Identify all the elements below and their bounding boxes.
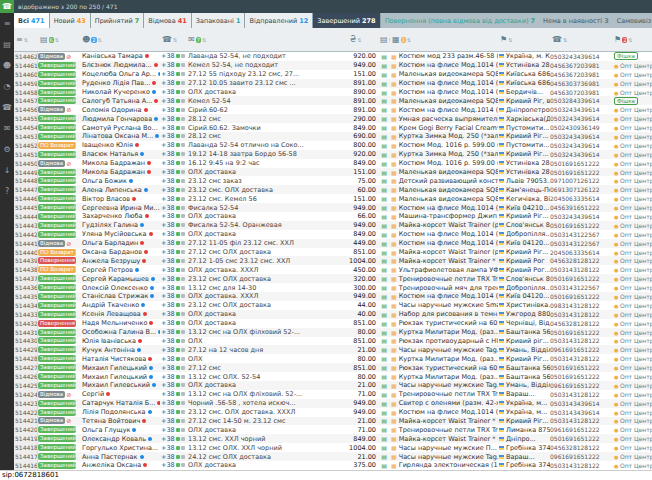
product-cell[interactable]: ▦ Тренировочный мяч для трен... [390, 283, 498, 292]
call-icon[interactable] [176, 99, 180, 103]
product-cell[interactable]: ▦ Майка-корсет Waist Trainer * 42... [390, 256, 498, 265]
client-name-cell[interactable]: Соломія Одорина [80, 105, 160, 114]
phone-cell[interactable]: +38 [160, 274, 186, 283]
product-cell[interactable]: ▦ Костюм Мод. 1016 р. 599.00 (з... [390, 159, 498, 168]
sms-icon[interactable] [181, 303, 185, 307]
call-icon[interactable] [176, 117, 180, 121]
status-tab[interactable]: Прийнятий 7 [91, 13, 144, 28]
call-icon[interactable] [176, 197, 180, 201]
table-row[interactable]: 514455 Завершений ⊘ Людмила Гончарова +3… [14, 114, 652, 123]
sms-icon[interactable] [181, 419, 185, 423]
status-cell[interactable]: Завершений ⊘ [38, 185, 80, 194]
phone-cell[interactable]: +38 [160, 452, 186, 461]
sms-icon[interactable] [181, 188, 185, 192]
table-row[interactable]: 514448 Завершений ⊘ Ольга Божик +38 23.1… [14, 176, 652, 185]
status-cell[interactable]: ПО Возврат ск. ⊘ [38, 141, 80, 150]
clients-icon[interactable]: ☻ [0, 55, 14, 76]
table-row[interactable]: 514416 Завершений ⊘ Анжеліка Оксана +38 … [14, 461, 652, 470]
phone-cell[interactable]: +38 [160, 417, 186, 426]
call-icon[interactable] [176, 428, 180, 432]
sms-icon[interactable] [181, 197, 185, 201]
table-row[interactable]: 514417 Завершений ⊘ Анна Пастернак +38 2… [14, 452, 652, 461]
phone-cell[interactable]: +38 [160, 203, 186, 212]
product-cell[interactable]: ▦ Часы наручные мужские Tag... [390, 452, 498, 461]
phone-cell[interactable]: +38 [160, 292, 186, 301]
table-row[interactable]: 514440 ПО Возврат ск. ⊘ Оксана Барданов … [14, 248, 652, 257]
sms-icon[interactable] [181, 277, 185, 281]
product-cell[interactable]: ▦ Часы наручные мужские Tag... [390, 381, 498, 390]
table-row[interactable]: 514420 Завершений ⊘ Ольга Глущук +38 ОЛХ… [14, 425, 652, 434]
client-name-cell[interactable]: Віктор Власов [80, 194, 160, 203]
phone-cell[interactable]: +38 [160, 114, 186, 123]
phone-cell[interactable]: +38 [160, 363, 186, 372]
client-name-cell[interactable]: Олексій Олексенко [80, 283, 160, 292]
table-row[interactable]: 514430 Завершений ⊘ Юлія Іванівська +38 … [14, 337, 652, 346]
call-icon[interactable] [176, 446, 180, 450]
table-row[interactable]: 514435 Завершений ⊘ Станіслав Стрижак +3… [14, 292, 652, 301]
call-icon[interactable] [176, 375, 180, 379]
phone-cell[interactable]: +38 [160, 372, 186, 381]
client-name-cell[interactable]: Алена Липенська [80, 185, 160, 194]
sms-icon[interactable] [181, 366, 185, 370]
client-name-cell[interactable]: Лілія Подолянська [80, 408, 160, 417]
call-icon[interactable] [176, 312, 180, 316]
phone-cell[interactable]: +38 [160, 221, 186, 230]
phone-cell[interactable]: +38 [160, 337, 186, 346]
call-icon[interactable] [176, 303, 180, 307]
phone-cell[interactable]: +38 [160, 319, 186, 328]
call-icon[interactable] [176, 268, 180, 272]
phone-cell[interactable]: +38 [160, 176, 186, 185]
call-icon[interactable] [176, 143, 180, 147]
sms-icon[interactable] [181, 348, 185, 352]
sms-icon[interactable] [181, 463, 185, 467]
table-row[interactable]: 514419 Завершений ⊘ Олександр Коваль +38… [14, 434, 652, 443]
sms-icon[interactable] [181, 241, 185, 245]
phone-cell[interactable]: +38 [160, 381, 186, 390]
client-name-cell[interactable]: Коцелюба Ольга Ар... [80, 70, 160, 79]
status-tab[interactable]: Відмова 41 [144, 13, 192, 28]
sms-icon[interactable] [181, 330, 185, 334]
phone-cell[interactable]: +38 [160, 265, 186, 274]
status-cell[interactable]: Завершений ⊘ [38, 221, 80, 230]
phone-cell[interactable]: +38 [160, 61, 186, 70]
sms-icon[interactable] [181, 72, 185, 76]
table-row[interactable]: 514449 Завершений ⊘ Микола Бадражан +38 … [14, 168, 652, 177]
product-cell[interactable]: ▦ Куртка Милитари Мод. (раз... [390, 354, 498, 363]
product-cell[interactable]: ▦ Рюкзак туристический на 60 л... [390, 319, 498, 328]
status-cell[interactable]: Завершений ⊘ [38, 443, 80, 452]
sms-icon[interactable] [181, 268, 185, 272]
phone-cell[interactable]: +38 [160, 159, 186, 168]
product-cell[interactable]: ▦ Тренировочные петли TRX Train... [390, 274, 498, 283]
sms-icon[interactable] [181, 223, 185, 227]
phone-cell[interactable]: +38 [160, 328, 186, 337]
product-cell[interactable]: ▦ Костюм на флисе Мод.1014 (з... [390, 105, 498, 114]
export-icon[interactable]: ↓ [0, 160, 14, 181]
sms-icon[interactable] [181, 321, 185, 325]
product-cell[interactable]: ▦ Часы наручные мужские Smart... [390, 301, 498, 310]
status-cell[interactable]: Завершений ⊘ [38, 381, 80, 390]
client-name-cell[interactable]: Юлія Іванівська [80, 337, 160, 346]
call-icon[interactable] [176, 232, 180, 236]
product-cell[interactable]: ▦ Крем Gogi Berry Facial Cream* 5... [390, 123, 498, 132]
phone-cell[interactable]: +38 [160, 70, 186, 79]
client-name-cell[interactable]: Захарченко Люба [80, 212, 160, 221]
column-header[interactable]: ✉ 7 ⇅ [186, 35, 348, 44]
call-icon[interactable] [176, 72, 180, 76]
call-icon[interactable] [176, 294, 180, 298]
sort-icon[interactable]: ⇅ [357, 37, 361, 43]
product-cell[interactable]: ▦ Детский развивающий констру... [390, 176, 498, 185]
product-cell[interactable]: ▦ Куртка Зимка Мод. 250 (*зал:В... [390, 150, 498, 159]
status-cell[interactable]: Завершений ⊘ [38, 132, 80, 141]
product-cell[interactable]: ▦ Костюм на флисе Мод.1014 (з... [390, 408, 498, 417]
phone-cell[interactable]: +38 [160, 256, 186, 265]
call-icon[interactable] [176, 188, 180, 192]
product-cell[interactable]: ▦ Майка-корсет Waist Trainer * 42... [390, 434, 498, 443]
sms-icon[interactable] [181, 339, 185, 343]
client-name-cell[interactable]: Гудзілях Галина [80, 221, 160, 230]
column-header[interactable]: ₴ ⇅ [348, 35, 378, 44]
call-icon[interactable] [176, 277, 180, 281]
table-row[interactable]: 514418 Завершений ⊘ Горгулько Христина..… [14, 443, 652, 452]
status-cell[interactable]: Завершений ⊘ [38, 283, 80, 292]
phone-cell[interactable]: +38 [160, 212, 186, 221]
stats-icon[interactable]: ◔ [0, 76, 14, 97]
